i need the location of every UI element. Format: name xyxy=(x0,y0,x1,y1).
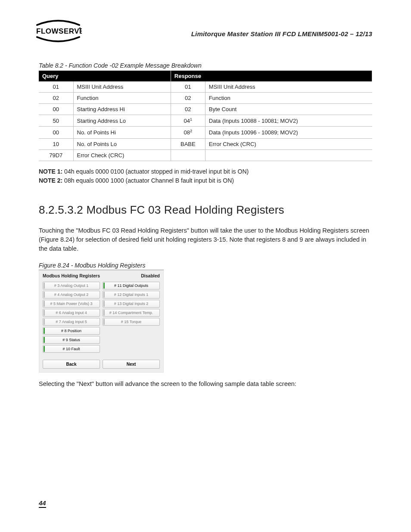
register-button[interactable]: # 9 Status xyxy=(43,336,100,344)
paragraph-2: Selecting the "Next" button will advance… xyxy=(39,380,372,389)
svg-rect-1 xyxy=(79,28,81,29)
register-button[interactable]: # 15 Torque xyxy=(103,318,160,326)
table-row: 50Starting Address Lo041Data (Inputs 100… xyxy=(39,115,372,127)
note-1: NOTE 1: 04h equals 0000 0100 (actuator s… xyxy=(39,167,372,176)
message-breakdown-table: Query Response 01MSIII Unit Address01MSI… xyxy=(39,71,372,161)
table-row: 00Starting Address Hi02Byte Count xyxy=(39,104,372,115)
register-button[interactable]: # 8 Position xyxy=(43,327,100,335)
table-row: 79D7Error Check (CRC) xyxy=(39,149,372,161)
column-header-query: Query xyxy=(39,71,171,81)
note-2: NOTE 2: 08h equals 0000 1000 (actuator C… xyxy=(39,176,372,185)
embedded-screenshot: Modbus Holding Registers Disabled # 3 An… xyxy=(39,270,164,373)
register-button[interactable]: # 6 Analog Input 4 xyxy=(43,309,100,317)
screenshot-title: Modbus Holding Registers xyxy=(43,273,100,278)
register-button[interactable]: # 3 Analog Output 1 xyxy=(43,282,100,289)
register-button[interactable]: # 5 Main Power (Volts) 3 xyxy=(43,300,100,308)
page-number: 44 xyxy=(39,499,46,508)
register-button[interactable]: # 14 Compartment Temp. xyxy=(103,309,160,317)
section-heading: 8.2.5.3.2 Modbus FC 03 Read Holding Regi… xyxy=(39,203,372,217)
register-button[interactable]: # 11 Digital Outputs xyxy=(103,282,160,289)
table-row: 02Function02Function xyxy=(39,93,372,104)
register-button[interactable]: # 10 Fault xyxy=(43,345,100,353)
figure-caption: Figure 8.24 - Modbus Holding Registers xyxy=(39,262,164,270)
table-row: 10No. of Points LoBABEError Check (CRC) xyxy=(39,138,372,149)
register-button[interactable]: # 4 Analog Output 2 xyxy=(43,291,100,299)
next-button[interactable]: Next xyxy=(103,360,160,369)
svg-text:FLOWSERVE: FLOWSERVE xyxy=(36,27,82,35)
register-button[interactable]: # 12 Digital Inputs 1 xyxy=(103,291,160,299)
screenshot-status: Disabled xyxy=(141,273,160,278)
flowserve-logo: FLOWSERVE xyxy=(34,19,82,45)
table-row: 00No. of Points Hi082Data (Inputs 10096 … xyxy=(39,127,372,138)
document-header: Limitorque Master Station III FCD LMENIM… xyxy=(191,30,372,37)
register-button[interactable]: # 7 Analog Input 5 xyxy=(43,318,100,326)
paragraph-1: Touching the "Modbus FC 03 Read Holding … xyxy=(39,226,372,253)
table-row: 01MSIII Unit Address01MSIII Unit Address xyxy=(39,81,372,93)
back-button[interactable]: Back xyxy=(43,360,100,369)
register-button[interactable]: # 13 Digital Inputs 2 xyxy=(103,300,160,308)
column-header-response: Response xyxy=(171,71,372,81)
table-caption: Table 8.2 - Function Code -02 Example Me… xyxy=(39,62,372,69)
